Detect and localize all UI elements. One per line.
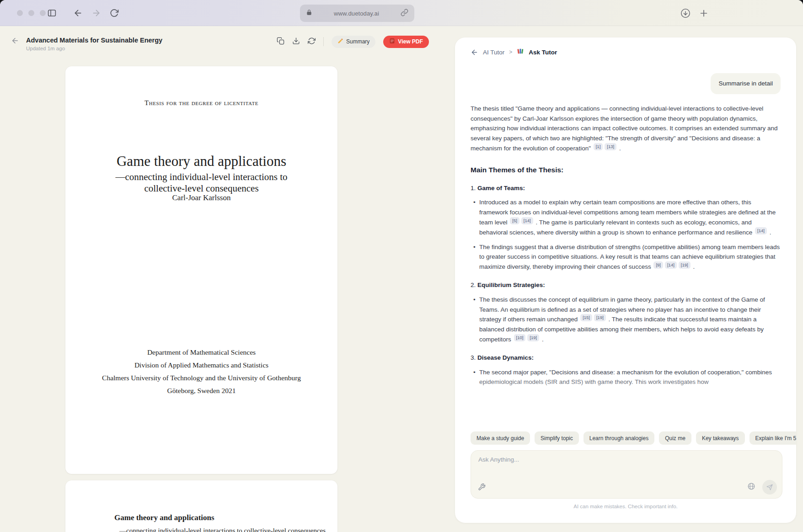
- refresh-icon[interactable]: [308, 37, 316, 47]
- citation-badge[interactable]: [5]: [510, 217, 519, 224]
- citation-badge[interactable]: [13]: [605, 143, 616, 150]
- doc-back-button[interactable]: [11, 37, 19, 47]
- ai-tutor-panel: AI Tutor > Ask Tutor Summarise in detail…: [455, 37, 796, 523]
- browser-reload-icon[interactable]: [109, 8, 119, 18]
- browser-forward-icon[interactable]: [91, 8, 101, 18]
- ask-input[interactable]: [478, 456, 775, 479]
- pdf-file-icon: [389, 38, 395, 45]
- section-heading: 3. Disease Dynamics:: [471, 353, 781, 363]
- pdf-page-2: Game theory and applications —connecting…: [65, 480, 337, 532]
- pdf-subtitle: —connecting individual-level interaction…: [65, 171, 337, 194]
- bullet-item: The findings suggest that a diverse dist…: [479, 242, 781, 272]
- chat-transcript: Summarise in detail The thesis titled "G…: [471, 66, 781, 431]
- chat-sections: 1. Game of Teams:Introduced as a model t…: [471, 183, 781, 388]
- web-globe-icon[interactable]: [747, 482, 755, 492]
- minimize-window-icon[interactable]: [28, 10, 34, 16]
- section-bullets: The thesis discusses the concept of equi…: [471, 295, 781, 345]
- pdf-footer-line: Chalmers University of Technology and th…: [65, 372, 337, 384]
- citation-badge[interactable]: [19]: [527, 334, 539, 341]
- zoom-window-icon[interactable]: [40, 10, 46, 16]
- citation-badge[interactable]: [19]: [594, 314, 606, 321]
- browser-back-icon[interactable]: [73, 8, 83, 18]
- breadcrumb: AI Tutor > Ask Tutor: [471, 48, 557, 57]
- books-icon: [517, 48, 524, 57]
- downloads-icon[interactable]: [680, 8, 691, 18]
- breadcrumb-ask-tutor: Ask Tutor: [529, 49, 557, 56]
- pdf-page-1: Thesis for the degree of licentitate Gam…: [65, 66, 337, 474]
- suggestion-chip[interactable]: Key takeaways: [696, 431, 745, 445]
- breadcrumb-separator: >: [509, 49, 512, 55]
- suggestion-chip[interactable]: Simplify topic: [535, 431, 579, 445]
- browser-chrome: www.duetoday.ai: [0, 0, 803, 26]
- view-pdf-button[interactable]: View PDF: [383, 36, 428, 48]
- bullet-item: Introduced as a model to explain why cer…: [479, 197, 781, 237]
- suggestion-chip[interactable]: Explain like I'm 5: [749, 431, 796, 445]
- chat-sections-title: Main Themes of the Thesis:: [471, 165, 781, 175]
- section-bullets: The second major paper, "Decisions and d…: [471, 367, 781, 388]
- pdf-footer-lines: Department of Mathematical SciencesDivis…: [65, 346, 337, 397]
- pdf-title: Game theory and applications: [65, 153, 337, 170]
- new-tab-icon[interactable]: [699, 8, 709, 18]
- section-bullets: Introduced as a model to explain why cer…: [471, 197, 781, 272]
- close-window-icon[interactable]: [17, 10, 23, 16]
- pdf-footer-line: Department of Mathematical Sciences: [65, 346, 337, 359]
- doc-updated-label: Updated 1m ago: [26, 46, 65, 51]
- copy-icon[interactable]: [277, 37, 284, 47]
- toolbar-divider: [323, 37, 324, 46]
- view-pdf-button-label: View PDF: [398, 38, 423, 45]
- download-icon[interactable]: [292, 37, 300, 47]
- chat-intro: The thesis titled "Game theory and appli…: [471, 104, 781, 154]
- breadcrumb-ai-tutor[interactable]: AI Tutor: [483, 49, 504, 56]
- url-bar[interactable]: www.duetoday.ai: [300, 5, 414, 22]
- sidebar-toggle-icon[interactable]: [47, 8, 57, 18]
- citation-badge[interactable]: [14]: [521, 217, 533, 224]
- url-text[interactable]: www.duetoday.ai: [312, 10, 401, 17]
- pdf-author: Carl-Joar Karlsson: [65, 193, 337, 202]
- doc-toolbar: Summary View PDF: [277, 35, 429, 48]
- user-message-bubble: Summarise in detail: [711, 73, 781, 94]
- citation-badge[interactable]: [14]: [665, 261, 677, 269]
- user-message-row: Summarise in detail: [471, 73, 781, 94]
- pdf-footer-line: Division of Applied Mathematics and Stat…: [65, 359, 337, 372]
- bullet-item: The second major paper, "Decisions and d…: [479, 367, 781, 388]
- ask-input-container[interactable]: [471, 450, 782, 499]
- citation-badge[interactable]: [19]: [679, 261, 691, 269]
- suggestion-chip[interactable]: Quiz me: [659, 431, 691, 445]
- section-heading: 1. Game of Teams:: [471, 183, 781, 193]
- citation-badge[interactable]: [9]: [653, 261, 663, 269]
- section-heading: 2. Equilibrium Strategies:: [471, 280, 781, 290]
- browser-window: www.duetoday.ai Advanced Materials for S…: [0, 0, 803, 532]
- suggestion-chips: Make a study guideSimplify topicLearn th…: [471, 431, 796, 445]
- breadcrumb-back-icon[interactable]: [471, 48, 478, 56]
- page-title: Advanced Materials for Sustainable Energ…: [26, 37, 162, 44]
- citation-badge[interactable]: [15]: [580, 314, 592, 321]
- summary-button[interactable]: Summary: [332, 36, 375, 48]
- lock-icon: [306, 9, 312, 17]
- bullet-item: The thesis discusses the concept of equi…: [479, 295, 781, 345]
- citation-badge[interactable]: [1]: [594, 143, 603, 150]
- pdf-page2-title: Game theory and applications: [114, 513, 214, 522]
- pdf-footer-line: Göteborg, Sweden 2021: [65, 384, 337, 397]
- pencil-icon: [337, 38, 343, 45]
- suggestion-chip[interactable]: Learn through analogies: [584, 431, 654, 445]
- link-icon[interactable]: [401, 9, 408, 18]
- suggestion-chip[interactable]: Make a study guide: [471, 431, 530, 445]
- citation-badge[interactable]: [14]: [755, 227, 767, 234]
- summary-button-label: Summary: [346, 38, 369, 45]
- citation-badge[interactable]: [10]: [514, 334, 526, 341]
- send-button[interactable]: [762, 480, 777, 495]
- traffic-lights[interactable]: [17, 10, 46, 16]
- pdf-page2-subtitle: —connecting individual-level interaction…: [119, 527, 326, 532]
- tools-wrench-icon[interactable]: [478, 483, 486, 493]
- pdf-kicker: Thesis for the degree of licentitate: [65, 99, 337, 107]
- ai-disclaimer: AI can make mistakes. Check important in…: [455, 504, 796, 509]
